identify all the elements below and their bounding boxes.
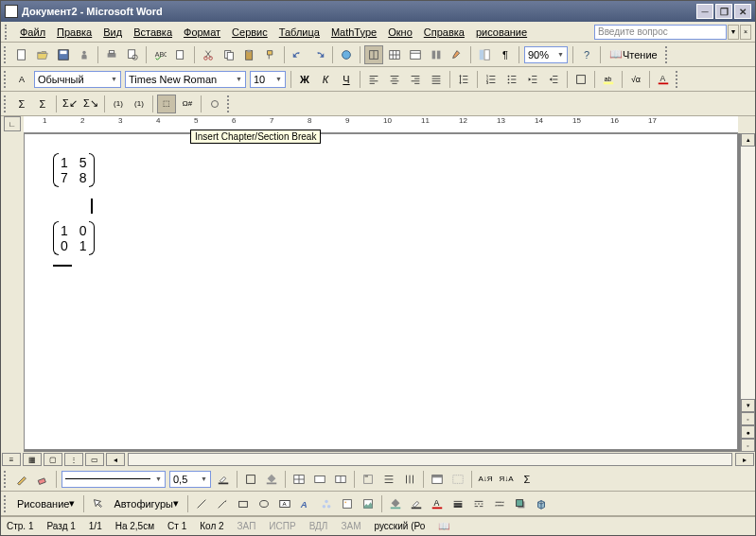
fill-color-button[interactable] (386, 494, 405, 513)
tab-selector[interactable]: ∟ (4, 116, 21, 131)
insert-table-grid-button[interactable] (290, 470, 308, 489)
copy-button[interactable] (220, 45, 238, 64)
reading-layout-button[interactable]: 📖 Чтение (604, 46, 663, 63)
eraser-button[interactable] (33, 470, 52, 489)
textbox-button[interactable]: A (275, 494, 294, 513)
save-button[interactable] (54, 45, 73, 64)
menu-view[interactable]: Вид (97, 25, 128, 40)
ask-question-box[interactable]: Введите вопрос (594, 25, 727, 40)
align-center-button[interactable] (385, 70, 404, 89)
clipart-button[interactable] (338, 494, 357, 513)
arrow-style-button[interactable] (490, 494, 509, 513)
drawing-toolbar-button[interactable] (448, 45, 466, 64)
menu-mathtype[interactable]: MathType (325, 25, 382, 40)
outside-border-button[interactable] (241, 470, 260, 489)
spelling-button[interactable]: ABC (150, 45, 169, 64)
sigma-display-button[interactable]: Σ (33, 95, 52, 113)
menu-format[interactable]: Формат (178, 25, 226, 40)
align-justify-button[interactable] (427, 70, 446, 89)
scroll-down-button[interactable]: ▾ (741, 399, 755, 412)
scroll-up-button[interactable]: ▴ (741, 133, 755, 147)
split-cells-button[interactable] (331, 470, 350, 489)
line-weight-combo[interactable]: 0,5▼ (169, 471, 211, 488)
mathtype-prefs-button[interactable] (205, 95, 224, 113)
eqn-ref-button[interactable]: (1) (130, 95, 149, 113)
hyperlink-button[interactable] (337, 45, 356, 64)
size-combo[interactable]: 10▼ (250, 71, 286, 88)
research-button[interactable] (171, 45, 190, 64)
status-rec[interactable]: ЗАП (237, 521, 256, 531)
autoshapes-menu[interactable]: Автофигуры ▾ (108, 495, 185, 512)
border-color-button[interactable] (214, 470, 233, 489)
grip[interactable] (665, 46, 670, 63)
menu-edit[interactable]: Правка (51, 25, 97, 40)
menu-tools[interactable]: Сервис (226, 25, 273, 40)
permission-button[interactable] (75, 45, 94, 64)
print-view-button[interactable]: ▢ (44, 453, 62, 466)
scroll-left-button[interactable]: ◂ (106, 453, 125, 466)
normal-view-button[interactable]: ≡ (2, 453, 21, 466)
menu-file[interactable]: Файл (14, 25, 51, 40)
excel-button[interactable] (406, 45, 425, 64)
cut-button[interactable] (199, 45, 218, 64)
font-color-draw-button[interactable]: A (428, 494, 447, 513)
shadow-button[interactable] (511, 494, 530, 513)
equation-button[interactable]: √α (626, 70, 645, 89)
format-painter-button[interactable] (261, 45, 280, 64)
dash-style-button[interactable] (469, 494, 488, 513)
menu-help[interactable]: Справка (418, 25, 470, 40)
sigma-right-button[interactable]: Σ↘ (81, 95, 100, 113)
distribute-cols-button[interactable] (400, 470, 419, 489)
bold-button[interactable]: Ж (295, 70, 314, 89)
new-doc-button[interactable] (12, 45, 31, 64)
select-objects-button[interactable] (88, 494, 107, 513)
sigma-inline-button[interactable]: Σ (12, 95, 31, 113)
picture-button[interactable] (359, 494, 378, 513)
web-view-button[interactable]: ▦ (23, 453, 42, 466)
status-book-icon[interactable]: 📖 (438, 521, 449, 531)
show-marks-button[interactable]: ¶ (496, 45, 515, 64)
status-ovr[interactable]: ЗАМ (341, 521, 360, 531)
rectangle-button[interactable] (234, 494, 253, 513)
indent-increase-button[interactable] (544, 70, 563, 89)
document-page[interactable]: 15 78 10 01 (24, 133, 738, 450)
align-top-left-button[interactable] (359, 470, 378, 489)
arrow-button[interactable] (213, 494, 232, 513)
font-color-button[interactable]: A (654, 70, 673, 89)
outline-view-button[interactable]: ⋮ (64, 453, 83, 466)
line-style-combo[interactable]: ▼ (62, 471, 166, 488)
align-left-button[interactable] (364, 70, 383, 89)
status-trk[interactable]: ИСПР (269, 521, 295, 531)
underline-button[interactable]: Ч (337, 70, 356, 89)
redo-button[interactable] (309, 45, 328, 64)
drawing-menu[interactable]: Рисование ▾ (11, 495, 80, 512)
prev-page-button[interactable]: ◦ (741, 412, 755, 425)
zoom-combo[interactable]: 90%▼ (524, 46, 568, 63)
wordart-button[interactable]: A (296, 494, 315, 513)
close-button[interactable]: ✕ (734, 4, 751, 19)
grip[interactable] (4, 495, 9, 512)
borders-button[interactable] (571, 70, 590, 89)
numbering-button[interactable]: 123 (482, 70, 501, 89)
matrix-1[interactable]: 15 78 (53, 153, 95, 187)
matrix-2[interactable]: 10 01 (53, 221, 95, 255)
browse-object-button[interactable]: ● (741, 425, 755, 439)
align-right-button[interactable] (406, 70, 425, 89)
style-combo[interactable]: Обычный▼ (34, 71, 121, 88)
ask-dropdown[interactable]: ▼ (728, 25, 739, 40)
grip[interactable] (676, 71, 680, 88)
hide-gridlines-button[interactable] (448, 470, 467, 489)
chapter-break-button[interactable]: ⬚ (157, 95, 176, 113)
italic-button[interactable]: К (316, 70, 335, 89)
print-button[interactable] (102, 45, 121, 64)
grip[interactable] (4, 46, 9, 63)
merge-cells-button[interactable] (310, 470, 329, 489)
horizontal-ruler[interactable]: Insert Chapter/Section Break 12345678910… (24, 116, 738, 133)
grip[interactable] (4, 95, 9, 112)
grip[interactable] (227, 95, 232, 112)
draw-table-button[interactable] (12, 470, 31, 489)
grip[interactable] (4, 71, 9, 88)
indent-decrease-button[interactable] (523, 70, 542, 89)
horizontal-scrollbar[interactable] (128, 453, 732, 466)
status-lang[interactable]: русский (Ро (374, 521, 425, 531)
